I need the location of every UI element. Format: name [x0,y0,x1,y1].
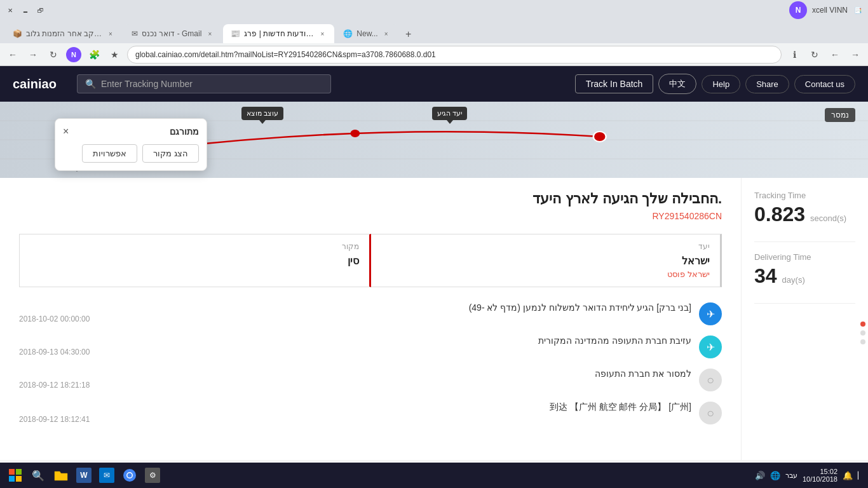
chinese-button[interactable]: 中文 [658,74,696,94]
taskbar-time: 15:02 10/10/2018 [803,468,837,483]
timeline-event-4: [广州] 到达 【广州 航空 邮件 分局】 [19,402,691,413]
stat-divider-2 [754,303,855,304]
app-header: cainiao 🔍 Enter Tracking Number Track In… [0,66,868,102]
page-content: × מתורגם אפשרויות הצג מקור cainiao 🔍 Ent… [0,66,868,488]
main-content: .החבילה שלך הגיעה לארץ היעד RY291540286C… [0,178,868,488]
tracking-number: RY291540286CN [19,211,722,221]
timeline-icon-4: ○ [699,402,722,424]
search-input[interactable]: Enter Tracking Number [101,79,193,89]
destination-carrier[interactable]: ישראל פוסט [381,269,710,279]
header-buttons: Track In Batch 中文 Help Share Contact us [575,74,855,94]
extensions-icon[interactable]: 🧩 [86,47,102,62]
mail-icon[interactable]: ✉ [97,465,117,485]
tab-close-4[interactable]: × [382,29,391,38]
user-name: xcell VINN [812,6,848,15]
track-batch-button[interactable]: Track In Batch [575,74,654,93]
bookmark-icon[interactable]: 📑 [853,5,863,15]
network-icon[interactable]: 🌐 [770,471,780,480]
close-button[interactable]: ✕ [5,5,15,15]
search-box[interactable]: 🔍 Enter Tracking Number [77,74,331,93]
maximize-button[interactable]: 🗗 [36,5,46,15]
volume-icon[interactable]: 🔊 [755,471,765,480]
tab-gmail[interactable]: ✉ דואר נכנס - Gmail × [124,24,222,43]
tracking-time-label: Tracking Time [754,191,855,200]
word-icon[interactable]: W [74,465,94,485]
timeline-time-4: 2018-09-12 18:12:41 [19,415,691,424]
delivered-label: נמסר [825,108,855,122]
profile-circle[interactable]: N [66,47,81,62]
tab-news[interactable]: 📰 הודעות חדשות | פרג... × [223,24,334,43]
tab-favicon: 📦 [13,29,22,38]
timeline-item-1: ✈ [בני ברק] הגיע ליחידת הדואר למשלוח לנמ… [19,302,722,325]
chrome-icon[interactable] [119,465,140,485]
start-button[interactable] [5,465,25,485]
tab-new[interactable]: 🌐 New... × [336,24,398,43]
timeline-time-3: 2018-09-12 18:21:18 [19,381,691,390]
reload-button[interactable]: ↻ [46,47,61,62]
svg-rect-8 [16,469,22,475]
stats-panel: Tracking Time 0.823 second(s) Delivering… [741,178,868,488]
stat-divider-1 [754,241,855,242]
nav-back-2[interactable]: ← [827,47,843,62]
forward-button[interactable]: → [25,47,41,62]
tab-close-1[interactable]: × [106,29,115,38]
title-bar: ✕ 🗕 🗗 N xcell VINN 📑 [0,0,868,20]
delivering-time-label: Delivering Time [754,252,855,262]
address-bar: ← → ↻ N 🧩 ★ global.cainiao.com/detail.ht… [0,43,868,66]
window-controls: ✕ 🗕 🗗 [5,5,46,15]
timeline-item-3: ○ למסור את חברת התעופה 2018-09-12 18:21:… [19,369,722,391]
delivering-time-unit: day(s) [782,275,805,285]
timeline-icon-3: ○ [699,369,722,391]
tooltip-header: × מתורגם [63,126,199,137]
timeline-event-2: עזיבת חברת התעופה מהמדינה המקורית [19,336,691,346]
timeline-item-4: ○ [广州] 到达 【广州 航空 邮件 分局】 2018-09-12 18:12… [19,402,722,424]
tab-tracking[interactable]: 📦 מעקב אחר הזמנות גלוב × [5,24,123,43]
help-button[interactable]: Help [702,75,740,93]
chrome-svg-icon [122,468,137,483]
sidebar-dot-3 [860,339,865,344]
share-button[interactable]: Share [745,75,789,93]
minimize-button[interactable]: 🗕 [20,5,31,15]
date-display: 10/10/2018 [803,475,837,483]
contact-button[interactable]: Contact us [794,75,855,93]
timeline-content-2: עזיבת חברת התעופה מהמדינה המקורית 2018-0… [19,336,691,356]
folder-icon [53,469,69,482]
back-button[interactable]: ← [5,47,20,62]
time-display: 15:02 [803,468,837,475]
notification-icon[interactable]: 🔔 [843,471,853,480]
browser-chrome: ✕ 🗕 🗗 N xcell VINN 📑 📦 מעקב אחר הזמנות ג… [0,0,868,66]
settings-taskbar-icon[interactable]: ⚙ [142,465,163,485]
file-explorer-icon[interactable] [51,465,71,485]
nav-forward-2[interactable]: → [848,47,863,62]
origin-label: מקור [30,242,359,251]
svg-point-13 [128,473,132,478]
tracking-time-stat: Tracking Time 0.823 second(s) [754,191,855,226]
tooltip-title: מתורגם [170,126,199,137]
reload-icon[interactable]: ↻ [807,47,822,62]
tab-label-4: New... [356,29,377,38]
show-desktop-icon[interactable]: ▏ [858,471,863,480]
delivering-time-value: 34 [754,264,777,288]
tab-close-3[interactable]: × [318,29,327,38]
timeline-icon-1: ✈ [699,302,722,325]
timeline-event-3: למסור את חברת התעופה [19,369,691,379]
destination-label: יעד [381,242,710,251]
url-text: global.cainiao.com/detail.htm?mailNoList… [135,50,436,59]
language-indicator: עבר [785,471,797,480]
word-app-icon: W [76,468,92,483]
timeline-content-4: [广州] 到达 【广州 航空 邮件 分局】 2018-09-12 18:12:4… [19,402,691,424]
tooltip-close-button[interactable]: × [63,126,69,137]
new-tab-button[interactable]: + [400,25,417,43]
info-icon[interactable]: ℹ [787,47,802,62]
bookmark-icon-2[interactable]: ★ [107,47,122,62]
search-icon: 🔍 [85,79,96,89]
profile-icon[interactable]: N [789,1,807,19]
timeline-content-1: [בני ברק] הגיע ליחידת הדואר למשלוח לנמען… [19,302,691,323]
tooltip-options-button[interactable]: אפשרויות [82,144,137,163]
url-bar[interactable]: global.cainiao.com/detail.htm?mailNoList… [127,46,782,64]
search-taskbar-icon[interactable]: 🔍 [28,465,48,485]
sidebar-dot-1 [860,322,865,327]
tab-favicon-2: ✉ [132,29,138,38]
tab-close-2[interactable]: × [205,29,214,38]
tooltip-source-button[interactable]: הצג מקור [142,144,199,163]
